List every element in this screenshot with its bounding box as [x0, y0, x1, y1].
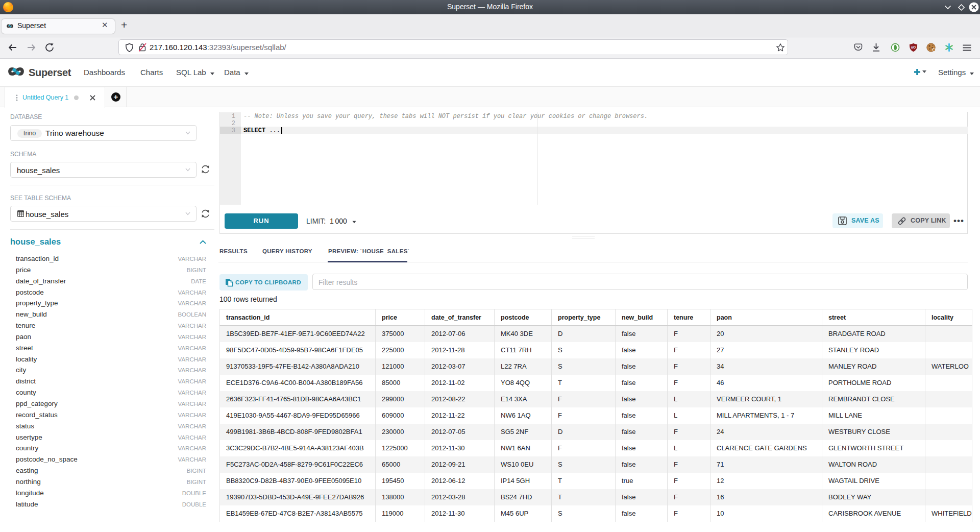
svg-text:uO: uO	[911, 45, 916, 49]
